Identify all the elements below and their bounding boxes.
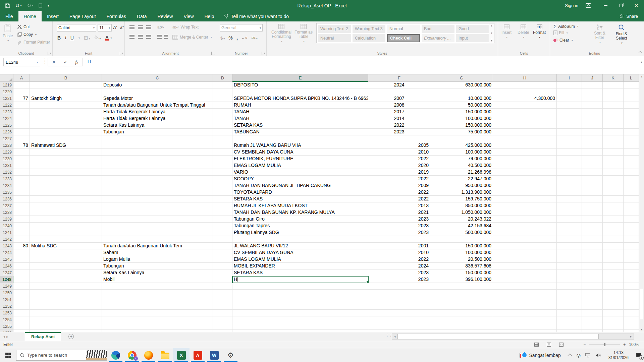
number-format-select[interactable]: General▾ <box>220 24 263 32</box>
cell-D1237[interactable] <box>213 202 232 209</box>
cell-A1252[interactable] <box>13 303 30 310</box>
cell-B1233[interactable] <box>30 176 102 182</box>
cell-L1237[interactable] <box>624 202 639 209</box>
cell-B1225[interactable] <box>30 122 102 129</box>
cell-A1221[interactable]: 77 <box>13 95 30 102</box>
cell-L1243[interactable] <box>624 243 639 249</box>
cell-B1230[interactable] <box>30 156 102 162</box>
cell-H1224[interactable] <box>493 115 557 122</box>
cell-B1236[interactable] <box>30 196 102 202</box>
cell-L1247[interactable] <box>624 269 639 276</box>
cell-style-calculation[interactable]: Calculation <box>353 34 385 42</box>
row-header-1254[interactable]: 1254 <box>0 316 13 323</box>
cell-G1255[interactable] <box>430 323 493 330</box>
cell-C1247[interactable]: Setara Kas Lainnya <box>102 269 213 276</box>
cell-D1221[interactable] <box>213 95 232 102</box>
scroll-right-icon[interactable]: ▸ <box>628 335 634 338</box>
cell-I1251[interactable] <box>557 296 582 303</box>
cell-D1255[interactable] <box>213 323 232 330</box>
cell-J1228[interactable] <box>582 142 603 149</box>
cell-H1255[interactable] <box>493 323 557 330</box>
cell-A1232[interactable] <box>13 169 30 176</box>
cell-J1244[interactable] <box>582 249 603 256</box>
cell-H1230[interactable] <box>493 156 557 162</box>
ribbon-display-options-icon[interactable] <box>586 3 591 8</box>
cell-F1238[interactable]: 2021 <box>368 209 430 216</box>
cell-H1253[interactable] <box>493 310 557 316</box>
cell-D1241[interactable] <box>213 229 232 236</box>
cell-G1231[interactable]: 40.500.000 <box>430 162 493 169</box>
orientation-button[interactable]: ab̷▾ <box>157 25 164 29</box>
cell-C1223[interactable]: Harta Tidak Bergerak Lainnya <box>102 109 213 115</box>
cell-K1246[interactable] <box>603 263 624 269</box>
cell-F1223[interactable]: 2017 <box>368 109 430 115</box>
row-header-1223[interactable]: 1223 <box>0 109 13 115</box>
cell-J1249[interactable] <box>582 283 603 290</box>
cell-H1251[interactable] <box>493 296 557 303</box>
cell-B1232[interactable] <box>30 169 102 176</box>
cell-E1229[interactable]: CV SEMBILAN DAYA GUNA <box>232 149 368 156</box>
cell-B1242[interactable] <box>30 236 102 243</box>
format-painter-button[interactable]: Format Painter <box>17 40 50 45</box>
cell-J1230[interactable] <box>582 156 603 162</box>
weather-widget[interactable]: Sangat lembap <box>515 353 566 358</box>
row-header-1251[interactable]: 1251 <box>0 296 13 303</box>
cell-F1230[interactable]: 2022 <box>368 156 430 162</box>
cell-H1229[interactable] <box>493 149 557 156</box>
row-header-1225[interactable]: 1225 <box>0 122 13 129</box>
cell-H1248[interactable] <box>493 276 557 283</box>
cell-B1226[interactable] <box>30 129 102 135</box>
column-header-G[interactable]: G <box>430 74 493 82</box>
merge-center-button[interactable]: Merge & Center▾ <box>172 35 212 40</box>
tab-insert[interactable]: Insert <box>42 11 64 21</box>
cell-K1234[interactable] <box>603 182 624 189</box>
cell-C1224[interactable]: Harta Tidak Bergerak Lainnya <box>102 115 213 122</box>
cell-L1233[interactable] <box>624 176 639 182</box>
cell-D1224[interactable] <box>213 115 232 122</box>
cell-K1240[interactable] <box>603 223 624 229</box>
cell-K1219[interactable] <box>603 82 624 88</box>
cell-J1248[interactable] <box>582 276 603 283</box>
copy-button[interactable]: Copy▾ <box>17 32 37 37</box>
cell-D1233[interactable] <box>213 176 232 182</box>
row-header-1227[interactable]: 1227 <box>0 135 13 142</box>
cell-K1226[interactable] <box>603 129 624 135</box>
cell-L1230[interactable] <box>624 156 639 162</box>
share-button[interactable]: Share <box>620 11 644 21</box>
cell-L1252[interactable] <box>624 303 639 310</box>
cell-style-warning-text-3[interactable]: Warning Text 3 <box>353 25 385 33</box>
cell-G1228[interactable]: 425.000.000 <box>430 142 493 149</box>
cell-F1247[interactable]: 2023 <box>368 269 430 276</box>
enter-entry-button[interactable]: ✓ <box>63 59 67 65</box>
percent-style-button[interactable]: % <box>228 35 232 41</box>
cell-H1242[interactable] <box>493 236 557 243</box>
cell-G1233[interactable]: 22.947.000 <box>430 176 493 182</box>
cell-C1227[interactable] <box>102 135 213 142</box>
row-header-1219[interactable]: 1219 <box>0 82 13 88</box>
cell-L1222[interactable] <box>624 102 639 109</box>
cell-D1219[interactable] <box>213 82 232 88</box>
font-name-select[interactable]: Calibri▾ <box>57 24 96 32</box>
column-header-I[interactable]: I <box>557 74 582 82</box>
insert-function-button[interactable]: fx <box>75 59 78 65</box>
cell-K1223[interactable] <box>603 109 624 115</box>
cell-K1252[interactable] <box>603 303 624 310</box>
cell-G1250[interactable] <box>430 290 493 296</box>
cell-G1238[interactable]: 1.050.000.000 <box>430 209 493 216</box>
cell-F1226[interactable]: 2023 <box>368 129 430 135</box>
cell-E1220[interactable] <box>232 88 368 95</box>
row-header-1255[interactable]: 1255 <box>0 323 13 330</box>
cell-D1236[interactable] <box>213 196 232 202</box>
cell-H1234[interactable] <box>493 182 557 189</box>
cell-G1239[interactable]: 20.243.022 <box>430 216 493 223</box>
cell-E1231[interactable]: EMAS LOGAM MULIA <box>232 162 368 169</box>
center-button[interactable] <box>138 35 143 39</box>
cell-B1219[interactable] <box>30 82 102 88</box>
vertical-scrollbar[interactable]: ▴ ▾ <box>639 74 644 332</box>
cell-E1241[interactable]: Piutang Lainnya SDG <box>232 229 368 236</box>
cell-D1223[interactable] <box>213 109 232 115</box>
vertical-scroll-thumb[interactable] <box>640 289 643 319</box>
cell-J1241[interactable] <box>582 229 603 236</box>
cell-E1225[interactable]: SETARA KAS <box>232 122 368 129</box>
cell-I1220[interactable] <box>557 88 582 95</box>
